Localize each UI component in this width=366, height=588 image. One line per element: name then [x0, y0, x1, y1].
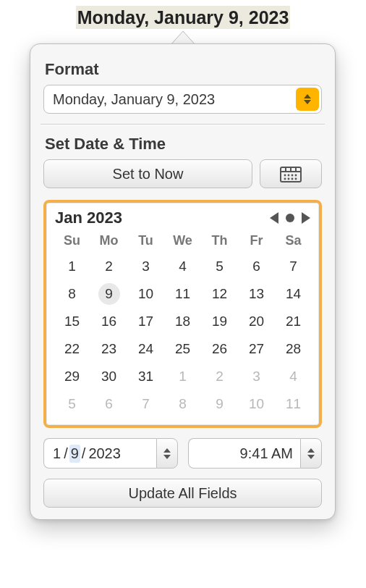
calendar-day[interactable]: 3 — [238, 363, 275, 390]
calendar-weekday: Th — [201, 230, 238, 253]
calendar-day[interactable]: 30 — [90, 363, 127, 390]
chevron-down-icon — [163, 455, 171, 459]
calendar-day[interactable]: 5 — [54, 390, 90, 418]
divider — [41, 124, 325, 125]
header-date: Monday, January 9, 2023 — [0, 7, 366, 28]
calendar-nav — [270, 212, 310, 224]
calendar-day[interactable]: 2 — [90, 253, 127, 280]
chevron-up-icon — [163, 448, 171, 453]
date-year-seg[interactable]: 2023 — [87, 445, 122, 463]
calendar-icon — [280, 165, 302, 182]
calendar-day[interactable]: 24 — [127, 335, 164, 363]
calendar-day[interactable]: 17 — [127, 308, 164, 335]
calendar-day[interactable]: 6 — [90, 390, 127, 418]
calendar-day[interactable]: 9 — [201, 390, 238, 418]
calendar-weekday: Tu — [127, 230, 164, 253]
calendar-weekday: We — [164, 230, 201, 253]
calendar-day[interactable]: 14 — [275, 280, 312, 308]
calendar-day[interactable]: 25 — [164, 335, 201, 363]
calendar-day[interactable]: 7 — [127, 390, 164, 418]
calendar-day[interactable]: 1 — [54, 253, 90, 280]
calendar-weekday: Su — [54, 230, 90, 253]
svg-point-6 — [288, 175, 290, 177]
calendar-day[interactable]: 4 — [164, 253, 201, 280]
set-date-time-label: Set Date & Time — [45, 135, 320, 154]
calendar-weekday: Mo — [90, 230, 127, 253]
set-to-now-label: Set to Now — [113, 166, 184, 182]
calendar-day[interactable]: 2 — [201, 363, 238, 390]
header-date-text: Monday, January 9, 2023 — [76, 6, 291, 29]
calendar-day[interactable]: 23 — [90, 335, 127, 363]
svg-point-8 — [295, 175, 297, 177]
next-month-button[interactable] — [302, 212, 310, 224]
today-button[interactable] — [286, 214, 294, 222]
time-field[interactable]: 9:41 AM — [188, 438, 301, 469]
calendar-day[interactable]: 19 — [201, 308, 238, 335]
svg-point-9 — [284, 178, 286, 180]
time-stepper[interactable]: 9:41 AM — [188, 438, 323, 469]
calendar-day[interactable]: 6 — [238, 253, 275, 280]
calendar-day[interactable]: 26 — [201, 335, 238, 363]
date-month-seg[interactable]: 1 — [51, 445, 62, 463]
date-stepper[interactable]: 1/ 9/2023 — [43, 438, 178, 469]
calendar-day[interactable]: 12 — [201, 280, 238, 308]
calendar-day[interactable]: 21 — [275, 308, 312, 335]
calendar-day[interactable]: 28 — [275, 335, 312, 363]
set-to-now-button[interactable]: Set to Now — [43, 159, 252, 188]
dropdown-arrows-icon — [296, 88, 319, 111]
calendar-day[interactable]: 7 — [275, 253, 312, 280]
date-sep: / — [80, 445, 88, 463]
format-select[interactable]: Monday, January 9, 2023 — [43, 85, 322, 114]
calendar-day[interactable]: 31 — [127, 363, 164, 390]
svg-point-11 — [291, 178, 294, 180]
svg-point-5 — [284, 175, 286, 177]
date-field[interactable]: 1/ 9/2023 — [43, 438, 156, 469]
calendar-weekday: Sa — [275, 230, 312, 253]
calendar-day[interactable]: 11 — [164, 280, 201, 308]
update-all-fields-button[interactable]: Update All Fields — [43, 479, 322, 508]
prev-month-button[interactable] — [270, 212, 278, 224]
calendar-day[interactable]: 10 — [127, 280, 164, 308]
calendar-day[interactable]: 20 — [238, 308, 275, 335]
calendar-day[interactable]: 8 — [164, 390, 201, 418]
time-stepper-arrows[interactable] — [300, 438, 322, 469]
calendar-day[interactable]: 10 — [238, 390, 275, 418]
calendar-month-title: Jan 2023 — [55, 209, 122, 227]
calendar-day[interactable]: 1 — [164, 363, 201, 390]
format-label: Format — [45, 60, 320, 79]
calendar-day[interactable]: 4 — [275, 363, 312, 390]
calendar-day[interactable]: 27 — [238, 335, 275, 363]
date-sep: / — [62, 445, 69, 463]
calendar-day[interactable]: 22 — [54, 335, 90, 363]
calendar-grid: SuMoTuWeThFrSa 1234567891011121314151617… — [54, 230, 312, 418]
calendar-day[interactable]: 5 — [201, 253, 238, 280]
svg-point-12 — [295, 178, 297, 180]
calendar-day[interactable]: 16 — [90, 308, 127, 335]
update-all-fields-label: Update All Fields — [128, 485, 237, 502]
calendar-weekday: Fr — [238, 230, 275, 253]
svg-point-7 — [291, 175, 294, 177]
calendar-day[interactable]: 8 — [54, 280, 90, 308]
calendar-day[interactable]: 11 — [275, 390, 312, 418]
calendar-day[interactable]: 13 — [238, 280, 275, 308]
format-select-value: Monday, January 9, 2023 — [53, 91, 215, 108]
date-day-seg[interactable]: 9 — [69, 445, 80, 463]
chevron-down-icon — [307, 455, 315, 459]
time-value: 9:41 AM — [240, 445, 293, 462]
chevron-up-icon — [307, 448, 315, 453]
date-stepper-arrows[interactable] — [156, 438, 178, 469]
calendar-day[interactable]: 15 — [54, 308, 90, 335]
svg-point-10 — [288, 178, 290, 180]
calendar-day[interactable]: 9 — [90, 280, 127, 308]
calendar-day[interactable]: 18 — [164, 308, 201, 335]
calendar-day[interactable]: 29 — [54, 363, 90, 390]
calendar-day[interactable]: 3 — [127, 253, 164, 280]
show-calendar-button[interactable] — [260, 159, 322, 188]
calendar: Jan 2023 SuMoTuWeThFrSa 1234567891011121… — [43, 200, 322, 428]
date-time-popover: Format Monday, January 9, 2023 Set Date … — [30, 43, 336, 520]
